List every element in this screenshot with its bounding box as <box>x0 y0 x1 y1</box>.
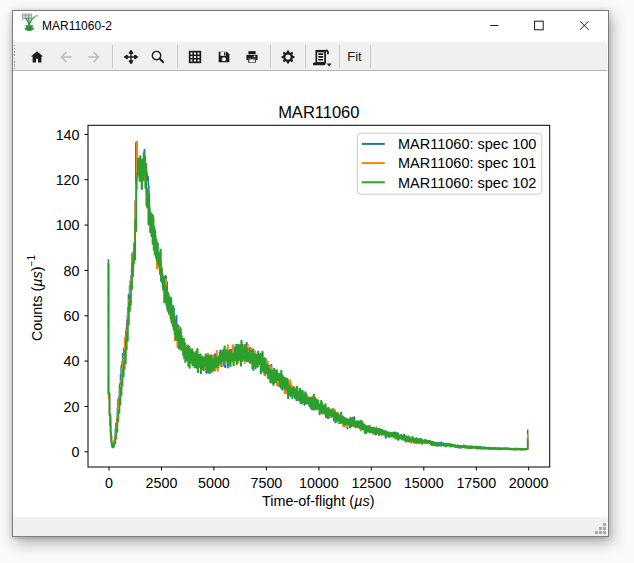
svg-text:7500: 7500 <box>250 475 282 491</box>
svg-text:80: 80 <box>64 263 80 279</box>
svg-text:MAR11060: MAR11060 <box>278 103 359 121</box>
svg-text:10000: 10000 <box>299 475 339 491</box>
svg-text:MAR11060: spec 102: MAR11060: spec 102 <box>398 175 536 191</box>
svg-text:12500: 12500 <box>351 475 391 491</box>
svg-text:0: 0 <box>105 475 113 491</box>
svg-text:15000: 15000 <box>404 475 444 491</box>
svg-text:Counts (µs)−1: Counts (µs)−1 <box>26 255 44 342</box>
svg-text:Time-of-flight (µs): Time-of-flight (µs) <box>262 493 375 509</box>
svg-text:5000: 5000 <box>198 475 230 491</box>
svg-text:20: 20 <box>64 399 80 415</box>
svg-text:60: 60 <box>64 308 80 324</box>
svg-text:100: 100 <box>56 217 80 233</box>
svg-text:MAR11060: spec 101: MAR11060: spec 101 <box>398 155 536 171</box>
svg-text:140: 140 <box>56 127 80 143</box>
svg-text:17500: 17500 <box>456 475 496 491</box>
svg-text:2500: 2500 <box>146 475 178 491</box>
svg-text:120: 120 <box>56 172 80 188</box>
svg-text:MAR11060: spec 100: MAR11060: spec 100 <box>398 136 536 152</box>
svg-text:20000: 20000 <box>509 475 549 491</box>
svg-text:40: 40 <box>64 353 80 369</box>
svg-text:0: 0 <box>72 444 80 460</box>
